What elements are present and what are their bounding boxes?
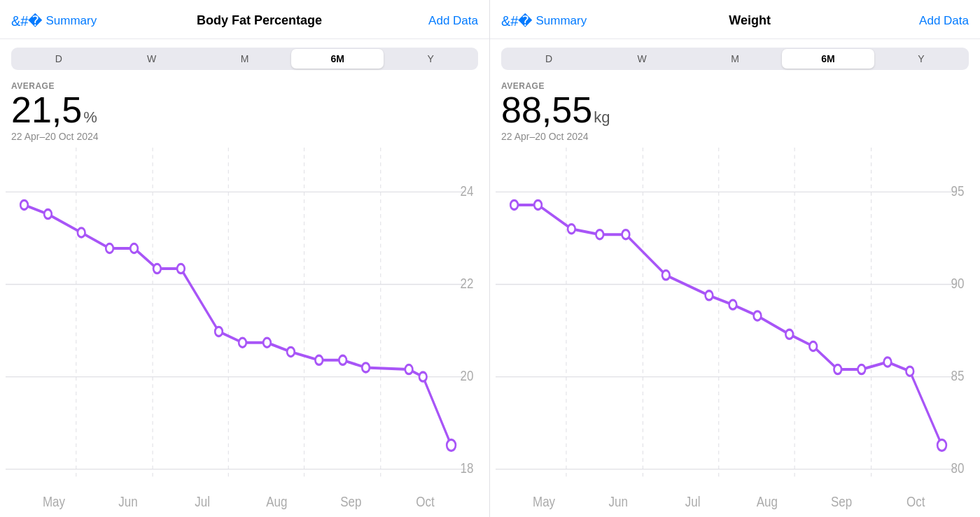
svg-text:Oct: Oct	[416, 493, 435, 509]
right-back-label: Summary	[536, 14, 587, 28]
svg-point-61	[706, 290, 713, 299]
left-back-label: Summary	[46, 14, 97, 28]
left-time-6m[interactable]: 6M	[291, 49, 384, 69]
svg-text:90: 90	[951, 275, 964, 291]
right-average-unit: kg	[594, 108, 610, 126]
right-date-range: 22 Apr–20 Oct 2024	[501, 131, 969, 142]
svg-text:80: 80	[951, 460, 964, 476]
svg-text:85: 85	[951, 367, 964, 383]
svg-text:Aug: Aug	[757, 493, 778, 509]
svg-point-32	[362, 362, 370, 371]
right-panel: &#� Summary Weight Add Data D W M 6M Y A…	[490, 0, 980, 517]
right-time-selector: D W M 6M Y	[501, 48, 969, 70]
right-stats: AVERAGE 88,55kg 22 Apr–20 Oct 2024	[490, 76, 980, 145]
svg-point-56	[534, 200, 542, 209]
left-time-m[interactable]: M	[199, 49, 291, 69]
svg-point-63	[754, 311, 762, 320]
svg-point-28	[263, 338, 271, 347]
svg-point-68	[884, 357, 892, 366]
svg-point-34	[419, 372, 427, 381]
left-time-w[interactable]: W	[106, 49, 198, 69]
svg-text:22: 22	[461, 275, 474, 291]
svg-point-30	[315, 355, 323, 364]
left-time-selector: D W M 6M Y	[11, 48, 478, 70]
left-header: &#� Summary Body Fat Percentage Add Data	[0, 0, 489, 39]
svg-point-33	[405, 364, 413, 374]
right-time-y[interactable]: Y	[875, 49, 967, 69]
svg-point-67	[858, 364, 865, 374]
right-back-chevron-icon: &#�	[501, 14, 533, 28]
svg-point-60	[662, 270, 670, 279]
svg-point-29	[287, 347, 295, 356]
svg-point-21	[78, 228, 85, 237]
left-back-chevron-icon: &#�	[11, 14, 43, 28]
svg-point-59	[622, 229, 630, 239]
right-title: Weight	[587, 13, 913, 28]
left-add-data-button[interactable]: Add Data	[422, 14, 478, 28]
svg-point-27	[239, 338, 246, 347]
left-average-unit: %	[83, 108, 97, 126]
svg-text:Jul: Jul	[685, 493, 701, 509]
svg-text:Aug: Aug	[266, 493, 287, 509]
svg-point-25	[177, 264, 185, 273]
svg-text:95: 95	[951, 183, 964, 199]
left-time-y[interactable]: Y	[384, 49, 477, 69]
svg-point-55	[510, 200, 518, 209]
left-time-d[interactable]: D	[13, 49, 105, 69]
svg-point-23	[130, 243, 138, 253]
svg-point-69	[906, 367, 914, 376]
svg-point-70	[937, 439, 946, 451]
svg-text:20: 20	[461, 367, 474, 383]
right-header: &#� Summary Weight Add Data	[490, 0, 980, 39]
left-date-range: 22 Apr–20 Oct 2024	[11, 131, 478, 142]
svg-text:Jun: Jun	[118, 493, 137, 509]
right-add-data-button[interactable]: Add Data	[913, 14, 969, 28]
svg-point-26	[215, 327, 223, 336]
svg-text:May: May	[43, 493, 65, 509]
right-back-button[interactable]: &#� Summary	[501, 14, 587, 28]
svg-point-22	[106, 243, 113, 253]
svg-text:Jun: Jun	[609, 493, 628, 509]
svg-point-64	[785, 330, 793, 339]
left-stats: AVERAGE 21,5% 22 Apr–20 Oct 2024	[0, 76, 489, 145]
svg-point-31	[339, 355, 346, 364]
right-chart: 95 90 85 80 May Jun Jul Aug Sep Oct	[490, 148, 980, 517]
svg-text:May: May	[533, 493, 555, 509]
left-panel: &#� Summary Body Fat Percentage Add Data…	[0, 0, 490, 517]
svg-text:Sep: Sep	[831, 493, 852, 509]
right-time-m[interactable]: M	[689, 49, 781, 69]
svg-text:Jul: Jul	[195, 493, 210, 509]
right-time-w[interactable]: W	[596, 49, 688, 69]
right-time-d[interactable]: D	[503, 49, 595, 69]
svg-point-57	[568, 224, 575, 233]
left-back-button[interactable]: &#� Summary	[11, 14, 97, 28]
svg-point-19	[20, 200, 28, 209]
svg-text:Sep: Sep	[340, 493, 361, 509]
left-title: Body Fat Percentage	[97, 13, 422, 28]
right-average-value: 88,55kg	[501, 91, 969, 129]
svg-point-58	[596, 229, 603, 239]
right-time-6m[interactable]: 6M	[782, 49, 874, 69]
svg-point-66	[834, 364, 841, 374]
svg-point-24	[153, 264, 161, 273]
left-average-value: 21,5%	[11, 91, 478, 129]
svg-text:Oct: Oct	[906, 493, 925, 509]
svg-point-62	[729, 300, 737, 309]
svg-point-65	[809, 341, 817, 350]
svg-point-20	[44, 209, 52, 218]
svg-text:24: 24	[461, 183, 474, 199]
svg-point-35	[447, 439, 456, 451]
svg-text:18: 18	[461, 460, 474, 476]
left-chart: 24 22 20 18 May Jun Jul Aug Sep Oct	[0, 148, 489, 517]
